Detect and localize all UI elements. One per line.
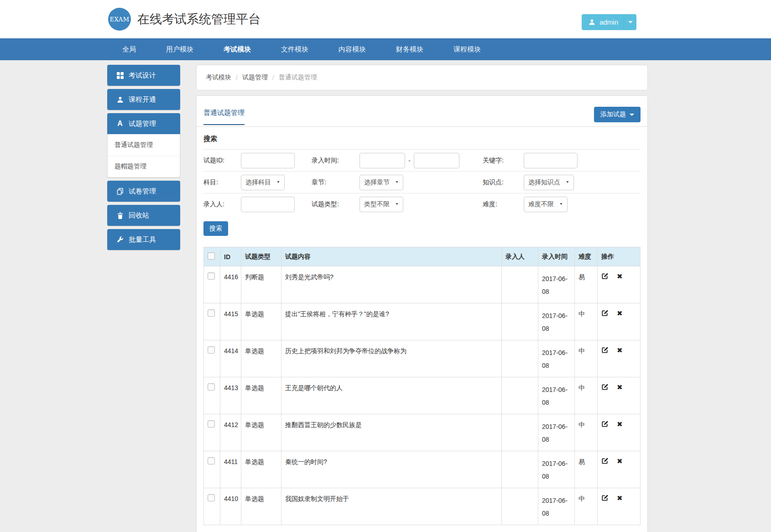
- row-checkbox[interactable]: [208, 346, 215, 354]
- row-checkbox[interactable]: [208, 494, 215, 501]
- page-title: 在线考试系统管理平台: [137, 11, 260, 27]
- cell-content: 秦统一的时间?: [281, 451, 502, 488]
- entry-time-from-input[interactable]: [359, 153, 405, 168]
- cell-type: 单选题: [241, 340, 281, 377]
- table-row: 4412 单选题 推翻西晋王朝的少数民族是 2017-06-08 中 ✖: [204, 414, 641, 451]
- cell-difficulty: 中: [575, 303, 598, 340]
- breadcrumb: 考试模块 / 试题管理 / 普通试题管理: [196, 65, 648, 90]
- chevron-down-icon: [630, 114, 634, 116]
- row-checkbox[interactable]: [208, 457, 215, 464]
- cell-creator: [502, 488, 538, 525]
- cell-creator: [502, 414, 538, 451]
- delete-icon[interactable]: ✖: [617, 421, 623, 428]
- edit-icon[interactable]: [601, 309, 609, 317]
- edit-icon[interactable]: [601, 420, 609, 428]
- nav-item-course-module[interactable]: 课程模块: [438, 38, 496, 60]
- entry-time-label: 录入时间:: [312, 156, 359, 165]
- difficulty-select[interactable]: 难度不限 ▼: [524, 197, 568, 212]
- cell-content: 历史上把项羽和刘邦为争夺帝位的战争称为: [281, 340, 502, 377]
- edit-icon[interactable]: [601, 346, 609, 354]
- breadcrumb-current: 普通试题管理: [279, 73, 317, 82]
- knowledge-label: 知识点:: [483, 178, 524, 187]
- date-range-separator: -: [408, 157, 411, 164]
- row-checkbox[interactable]: [208, 383, 215, 391]
- sidebar-item-paper-manage[interactable]: 试卷管理: [107, 181, 180, 202]
- sidebar-item-question-manage[interactable]: A 试题管理: [107, 113, 180, 134]
- creator-label: 录入人:: [203, 200, 241, 209]
- nav-item-finance-module[interactable]: 财务模块: [381, 38, 438, 60]
- breadcrumb-exam-module[interactable]: 考试模块: [206, 73, 231, 82]
- chapter-select[interactable]: 选择章节 ▼: [359, 175, 403, 190]
- sidebar-subitem-normal-question[interactable]: 普通试题管理: [108, 134, 180, 156]
- grid-icon: [115, 72, 125, 79]
- delete-icon[interactable]: ✖: [617, 347, 623, 354]
- cell-difficulty: 中: [575, 377, 598, 414]
- table-row: 4416 判断题 刘秀是光武帝吗? 2017-06-08 易 ✖: [204, 266, 641, 303]
- nav-item-exam-module[interactable]: 考试模块: [208, 38, 266, 60]
- delete-icon[interactable]: ✖: [617, 310, 623, 317]
- cell-id: 4413: [220, 377, 241, 414]
- knowledge-select[interactable]: 选择知识点 ▼: [524, 175, 574, 190]
- user-dropdown-toggle[interactable]: [624, 14, 636, 30]
- question-id-label: 试题ID:: [203, 156, 241, 165]
- nav-item-file-module[interactable]: 文件模块: [266, 38, 323, 60]
- question-table: ID 试题类型 试题内容 录入人 录入时间 难度 操作 4416 判断题 刘秀是…: [203, 247, 641, 525]
- chevron-down-icon: ▼: [395, 181, 399, 184]
- sidebar-item-label: 试题管理: [129, 120, 156, 128]
- subject-select[interactable]: 选择科目 ▼: [241, 175, 285, 190]
- question-type-select[interactable]: 类型不限 ▼: [359, 197, 403, 212]
- edit-icon[interactable]: [601, 494, 609, 501]
- sidebar-item-recycle-bin[interactable]: 回收站: [107, 205, 180, 226]
- question-id-input[interactable]: [241, 153, 295, 168]
- add-question-label: 添加试题: [600, 110, 626, 119]
- cell-date: 2017-06-08: [538, 451, 575, 488]
- cell-date: 2017-06-08: [538, 488, 575, 525]
- cell-creator: [502, 377, 538, 414]
- sidebar-item-batch-tools[interactable]: 批量工具: [107, 229, 180, 250]
- search-button[interactable]: 搜索: [203, 221, 228, 236]
- delete-icon[interactable]: ✖: [617, 458, 623, 464]
- edit-icon[interactable]: [601, 457, 609, 464]
- row-checkbox[interactable]: [208, 309, 215, 317]
- creator-input[interactable]: [241, 197, 295, 212]
- delete-icon[interactable]: ✖: [617, 273, 623, 280]
- nav-item-user-module[interactable]: 用户模块: [151, 38, 208, 60]
- user-button[interactable]: admin: [582, 14, 624, 30]
- cell-date: 2017-06-08: [538, 340, 575, 377]
- cell-type: 单选题: [241, 488, 281, 525]
- row-checkbox[interactable]: [208, 420, 215, 428]
- nav-item-content-module[interactable]: 内容模块: [323, 38, 381, 60]
- edit-icon[interactable]: [601, 272, 609, 280]
- breadcrumb-question-manage[interactable]: 试题管理: [242, 73, 268, 82]
- delete-icon[interactable]: ✖: [617, 384, 623, 391]
- edit-icon[interactable]: [601, 383, 609, 391]
- keyword-label: 关键字:: [483, 156, 524, 165]
- sidebar-item-exam-design[interactable]: 考试设计: [107, 65, 180, 86]
- letter-a-icon: A: [115, 120, 125, 127]
- sidebar-subitem-cap-question[interactable]: 题帽题管理: [108, 156, 180, 177]
- search-row-1: 试题ID: 录入时间: - 关键字:: [203, 149, 641, 171]
- cell-creator: [502, 303, 538, 340]
- row-checkbox[interactable]: [208, 272, 215, 280]
- select-all-checkbox[interactable]: [208, 252, 215, 260]
- breadcrumb-separator: /: [236, 74, 238, 81]
- cell-date: 2017-06-08: [538, 266, 575, 303]
- cell-creator: [502, 451, 538, 488]
- cell-difficulty: 中: [575, 414, 598, 451]
- add-question-button[interactable]: 添加试题: [594, 107, 641, 122]
- cell-difficulty: 易: [575, 266, 598, 303]
- entry-time-to-input[interactable]: [414, 153, 459, 168]
- cell-id: 4411: [220, 451, 241, 488]
- keyword-input[interactable]: [524, 153, 578, 168]
- delete-icon[interactable]: ✖: [617, 495, 623, 501]
- main-navbar: 全局 用户模块 考试模块 文件模块 内容模块 财务模块 课程模块: [0, 38, 771, 60]
- difficulty-label: 难度:: [483, 200, 524, 209]
- column-type: 试题类型: [241, 247, 281, 266]
- table-row: 4413 单选题 王充是哪个朝代的人 2017-06-08 中 ✖: [204, 377, 641, 414]
- breadcrumb-separator: /: [272, 74, 274, 81]
- tab-normal-question-manage[interactable]: 普通试题管理: [203, 109, 245, 125]
- sidebar-item-label: 批量工具: [129, 235, 156, 244]
- sidebar-item-course-open[interactable]: 课程开通: [107, 89, 180, 110]
- cell-date: 2017-06-08: [538, 303, 575, 340]
- nav-item-global[interactable]: 全局: [107, 38, 151, 60]
